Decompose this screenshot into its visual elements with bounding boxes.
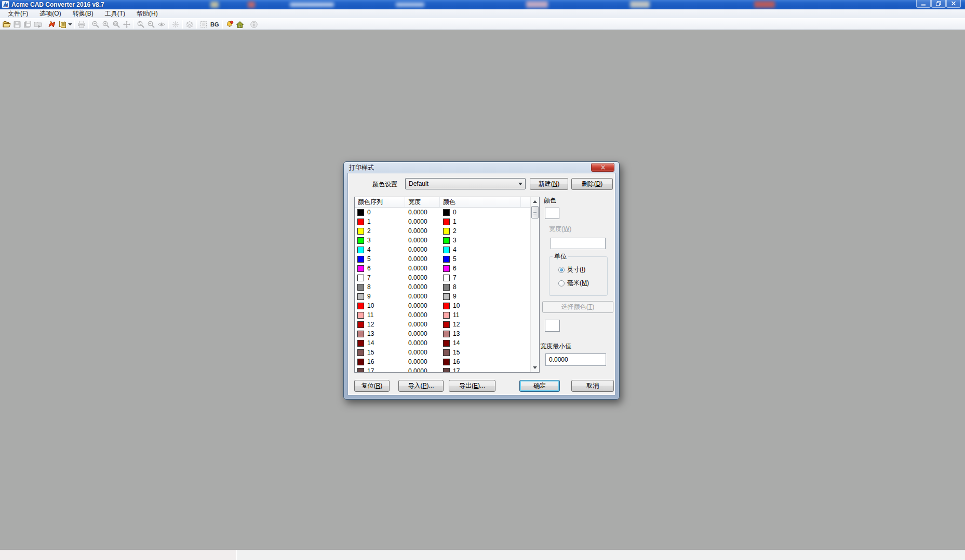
- color-swatch: [443, 209, 450, 216]
- cell-width: 0.0000: [405, 283, 440, 291]
- color-index: 13: [453, 330, 460, 337]
- export-button[interactable]: 导出(E)...: [449, 380, 495, 392]
- table-row[interactable]: 120.000012: [355, 320, 530, 329]
- table-row[interactable]: 160.000016: [355, 357, 530, 366]
- cell-width: 0.0000: [405, 358, 440, 365]
- color-swatch: [357, 331, 364, 337]
- reset-button[interactable]: 复位(R): [354, 380, 390, 392]
- zoom-extents-icon: [136, 19, 146, 30]
- table-row[interactable]: 70.00007: [355, 273, 530, 282]
- alert-bell-icon[interactable]: [224, 19, 235, 30]
- color-index: 12: [367, 321, 374, 328]
- scroll-down-button[interactable]: [531, 363, 539, 372]
- menu-item-2[interactable]: 转换(B): [67, 9, 99, 18]
- close-button[interactable]: [946, 0, 961, 8]
- toolbar-separator: [222, 20, 223, 29]
- color-swatch: [443, 284, 450, 291]
- table-row[interactable]: 140.000014: [355, 338, 530, 348]
- pan-icon: [122, 19, 132, 30]
- cell-width: 0.0000: [405, 330, 440, 337]
- color-swatch: [357, 368, 364, 373]
- color-index: 15: [453, 349, 460, 356]
- color-index: 10: [453, 302, 460, 309]
- table-row[interactable]: 110.000011: [355, 310, 530, 320]
- color-swatch: [443, 218, 450, 225]
- color-index: 9: [453, 293, 457, 300]
- radio-inch[interactable]: 英寸(I): [558, 265, 585, 274]
- menu-item-0[interactable]: 文件(F): [2, 9, 34, 18]
- import-button[interactable]: 导入(P)...: [398, 380, 444, 392]
- color-swatch: [357, 218, 364, 225]
- vertical-scrollbar[interactable]: [530, 197, 539, 372]
- titlebar-ghost: [630, 1, 650, 8]
- plot-icon: [170, 19, 181, 30]
- menu-item-1[interactable]: 选项(O): [34, 9, 66, 18]
- color-swatch: [443, 303, 450, 309]
- cell-color-sequence: 13: [355, 330, 405, 337]
- color-index: 14: [453, 339, 460, 347]
- scroll-up-button[interactable]: [531, 197, 539, 206]
- dialog-close-button[interactable]: [591, 163, 614, 172]
- cell-color-sequence: 11: [355, 311, 405, 319]
- color-swatch: [357, 293, 364, 300]
- cell-color: 15: [440, 349, 530, 356]
- cancel-button[interactable]: 取消: [571, 380, 614, 392]
- delete-button[interactable]: 删除(D): [571, 178, 613, 190]
- color-index: 3: [367, 237, 371, 244]
- color-swatch: [357, 321, 364, 328]
- cell-color-sequence: 2: [355, 227, 405, 235]
- min-width-input[interactable]: 0.0000: [545, 353, 606, 366]
- restore-button[interactable]: [931, 0, 946, 8]
- table-row[interactable]: 170.000017: [355, 366, 530, 372]
- convert-icon[interactable]: [47, 19, 57, 30]
- menu-bar: 文件(F)选项(O)转换(B)工具(T)帮助(H): [0, 9, 965, 18]
- open-icon[interactable]: [2, 19, 12, 30]
- header-color-sequence[interactable]: 颜色序列: [355, 197, 405, 207]
- color-swatch: [443, 237, 450, 244]
- print-style-dialog: 打印样式 颜色设置 Default 新建(N) 删除(D) 颜色序列 宽度 颜色…: [343, 161, 620, 400]
- table-row[interactable]: 10.00001: [355, 217, 530, 226]
- radio-mm[interactable]: 毫米(M): [558, 279, 589, 288]
- table-row[interactable]: 40.00004: [355, 245, 530, 254]
- color-swatch: [357, 209, 364, 216]
- table-row[interactable]: 80.00008: [355, 282, 530, 292]
- table-row[interactable]: 30.00003: [355, 236, 530, 245]
- batch-convert-icon[interactable]: [57, 19, 68, 30]
- home-icon[interactable]: [235, 19, 245, 30]
- current-color-swatch: [545, 208, 559, 219]
- batch-convert-caret-icon[interactable]: [68, 19, 73, 30]
- cell-width: 0.0000: [405, 293, 440, 300]
- color-index: 14: [367, 339, 374, 347]
- table-row[interactable]: 90.00009: [355, 292, 530, 301]
- table-row[interactable]: 130.000013: [355, 329, 530, 338]
- bg-button[interactable]: BG: [209, 21, 221, 28]
- cell-width: 0.0000: [405, 321, 440, 328]
- color-index: 5: [453, 255, 457, 263]
- color-setting-select[interactable]: Default: [405, 178, 526, 189]
- minimize-button[interactable]: [916, 0, 931, 8]
- ok-button[interactable]: 确定: [519, 380, 560, 392]
- toolbar-separator: [88, 20, 89, 29]
- cell-color: 17: [440, 367, 530, 372]
- cell-color-sequence: 0: [355, 209, 405, 216]
- cell-color: 3: [440, 237, 530, 244]
- table-row[interactable]: 150.000015: [355, 348, 530, 357]
- window-titlebar[interactable]: Acme CAD Converter 2016 v8.7: [0, 0, 965, 9]
- table-row[interactable]: 20.00002: [355, 226, 530, 236]
- cell-color-sequence: 9: [355, 293, 405, 300]
- cell-width: 0.0000: [405, 311, 440, 319]
- table-row[interactable]: 100.000010: [355, 301, 530, 310]
- table-row[interactable]: 60.00006: [355, 264, 530, 273]
- color-swatch: [443, 368, 450, 373]
- header-width[interactable]: 宽度: [405, 197, 440, 207]
- header-color[interactable]: 颜色: [440, 197, 521, 207]
- table-row[interactable]: 00.00000: [355, 208, 530, 217]
- scrollbar-thumb[interactable]: [531, 206, 539, 218]
- menu-item-3[interactable]: 工具(T): [99, 9, 131, 18]
- color-index: 12: [453, 321, 460, 328]
- new-button[interactable]: 新建(N): [530, 178, 568, 190]
- table-row[interactable]: 50.00005: [355, 254, 530, 264]
- menu-item-4[interactable]: 帮助(H): [131, 9, 164, 18]
- zoom-window-icon: [111, 19, 122, 30]
- color-index: 7: [367, 274, 371, 281]
